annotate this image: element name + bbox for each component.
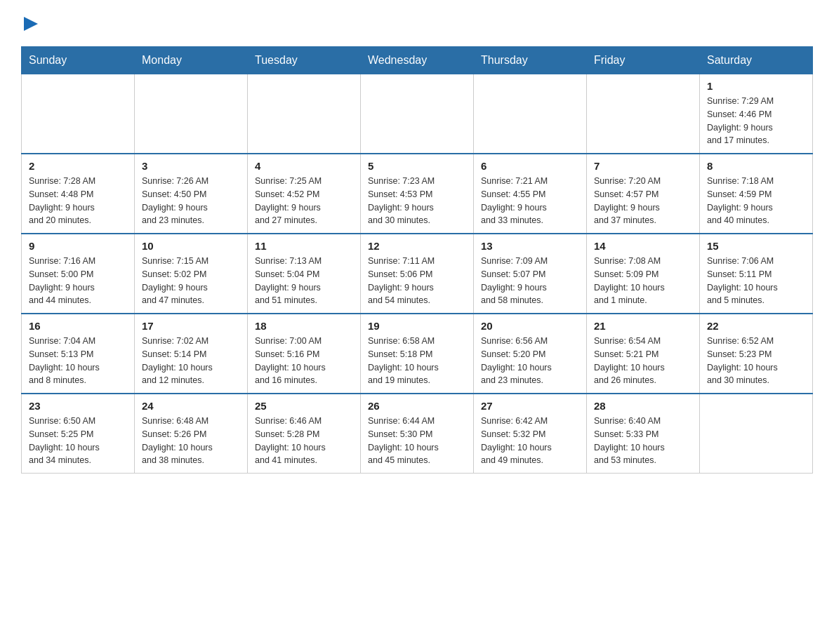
day-number: 5 [368,160,466,172]
day-info: Sunrise: 6:40 AMSunset: 5:33 PMDaylight:… [594,415,692,467]
day-number: 6 [481,160,579,172]
day-info: Sunrise: 6:46 AMSunset: 5:28 PMDaylight:… [255,415,353,467]
day-info: Sunrise: 6:50 AMSunset: 5:25 PMDaylight:… [29,415,127,467]
calendar-day-cell: 19Sunrise: 6:58 AMSunset: 5:18 PMDayligh… [361,314,474,394]
day-number: 28 [594,400,692,412]
calendar-day-cell: 25Sunrise: 6:46 AMSunset: 5:28 PMDayligh… [248,394,361,474]
day-number: 12 [368,240,466,252]
calendar-day-cell [135,74,248,154]
day-info: Sunrise: 7:13 AMSunset: 5:04 PMDaylight:… [255,255,353,307]
calendar-day-cell: 16Sunrise: 7:04 AMSunset: 5:13 PMDayligh… [22,314,135,394]
day-info: Sunrise: 6:56 AMSunset: 5:20 PMDaylight:… [481,335,579,387]
calendar-day-cell: 22Sunrise: 6:52 AMSunset: 5:23 PMDayligh… [700,314,813,394]
day-info: Sunrise: 7:21 AMSunset: 4:55 PMDaylight:… [481,175,579,227]
calendar-day-cell: 3Sunrise: 7:26 AMSunset: 4:50 PMDaylight… [135,154,248,234]
day-of-week-header: Tuesday [248,47,361,74]
day-info: Sunrise: 7:15 AMSunset: 5:02 PMDaylight:… [142,255,240,307]
day-number: 21 [594,320,692,332]
day-number: 24 [142,400,240,412]
day-number: 19 [368,320,466,332]
day-number: 15 [707,240,805,252]
calendar-day-cell: 10Sunrise: 7:15 AMSunset: 5:02 PMDayligh… [135,234,248,314]
day-info: Sunrise: 7:20 AMSunset: 4:57 PMDaylight:… [594,175,692,227]
day-number: 1 [707,80,805,92]
day-number: 13 [481,240,579,252]
day-of-week-header: Sunday [22,47,135,74]
calendar-week-row: 16Sunrise: 7:04 AMSunset: 5:13 PMDayligh… [22,314,813,394]
day-of-week-header: Wednesday [361,47,474,74]
day-info: Sunrise: 7:08 AMSunset: 5:09 PMDaylight:… [594,255,692,307]
calendar-table: SundayMondayTuesdayWednesdayThursdayFrid… [21,46,813,474]
day-info: Sunrise: 7:16 AMSunset: 5:00 PMDaylight:… [29,255,127,307]
calendar-day-cell [22,74,135,154]
day-number: 25 [255,400,353,412]
calendar-day-cell [587,74,700,154]
day-info: Sunrise: 7:18 AMSunset: 4:59 PMDaylight:… [707,175,805,227]
calendar-day-cell: 14Sunrise: 7:08 AMSunset: 5:09 PMDayligh… [587,234,700,314]
calendar-day-cell: 28Sunrise: 6:40 AMSunset: 5:33 PMDayligh… [587,394,700,474]
day-info: Sunrise: 7:26 AMSunset: 4:50 PMDaylight:… [142,175,240,227]
day-info: Sunrise: 7:28 AMSunset: 4:48 PMDaylight:… [29,175,127,227]
calendar-week-row: 9Sunrise: 7:16 AMSunset: 5:00 PMDaylight… [22,234,813,314]
day-info: Sunrise: 6:44 AMSunset: 5:30 PMDaylight:… [368,415,466,467]
day-number: 14 [594,240,692,252]
calendar-day-cell [700,394,813,474]
calendar-day-cell [248,74,361,154]
day-of-week-header: Friday [587,47,700,74]
calendar-week-row: 23Sunrise: 6:50 AMSunset: 5:25 PMDayligh… [22,394,813,474]
calendar-day-cell [474,74,587,154]
calendar-header-row: SundayMondayTuesdayWednesdayThursdayFrid… [22,47,813,74]
day-number: 9 [29,240,127,252]
calendar-day-cell: 20Sunrise: 6:56 AMSunset: 5:20 PMDayligh… [474,314,587,394]
day-number: 10 [142,240,240,252]
day-info: Sunrise: 7:00 AMSunset: 5:16 PMDaylight:… [255,335,353,387]
calendar-day-cell: 23Sunrise: 6:50 AMSunset: 5:25 PMDayligh… [22,394,135,474]
calendar-day-cell: 8Sunrise: 7:18 AMSunset: 4:59 PMDaylight… [700,154,813,234]
calendar-day-cell: 27Sunrise: 6:42 AMSunset: 5:32 PMDayligh… [474,394,587,474]
day-number: 20 [481,320,579,332]
day-number: 26 [368,400,466,412]
day-info: Sunrise: 7:25 AMSunset: 4:52 PMDaylight:… [255,175,353,227]
svg-marker-0 [24,17,38,31]
day-info: Sunrise: 6:42 AMSunset: 5:32 PMDaylight:… [481,415,579,467]
calendar-day-cell: 15Sunrise: 7:06 AMSunset: 5:11 PMDayligh… [700,234,813,314]
day-number: 27 [481,400,579,412]
day-number: 8 [707,160,805,172]
day-number: 2 [29,160,127,172]
day-info: Sunrise: 7:06 AMSunset: 5:11 PMDaylight:… [707,255,805,307]
calendar-day-cell: 9Sunrise: 7:16 AMSunset: 5:00 PMDaylight… [22,234,135,314]
day-info: Sunrise: 7:11 AMSunset: 5:06 PMDaylight:… [368,255,466,307]
day-number: 4 [255,160,353,172]
day-info: Sunrise: 7:02 AMSunset: 5:14 PMDaylight:… [142,335,240,387]
calendar-day-cell: 18Sunrise: 7:00 AMSunset: 5:16 PMDayligh… [248,314,361,394]
calendar-day-cell: 6Sunrise: 7:21 AMSunset: 4:55 PMDaylight… [474,154,587,234]
day-number: 16 [29,320,127,332]
calendar-day-cell: 17Sunrise: 7:02 AMSunset: 5:14 PMDayligh… [135,314,248,394]
logo-arrow-icon [21,14,41,34]
day-number: 11 [255,240,353,252]
day-number: 3 [142,160,240,172]
day-number: 7 [594,160,692,172]
day-info: Sunrise: 6:48 AMSunset: 5:26 PMDaylight:… [142,415,240,467]
calendar-week-row: 2Sunrise: 7:28 AMSunset: 4:48 PMDaylight… [22,154,813,234]
calendar-day-cell: 13Sunrise: 7:09 AMSunset: 5:07 PMDayligh… [474,234,587,314]
day-number: 23 [29,400,127,412]
page-header [21,14,813,34]
day-info: Sunrise: 7:23 AMSunset: 4:53 PMDaylight:… [368,175,466,227]
day-of-week-header: Thursday [474,47,587,74]
calendar-day-cell: 1Sunrise: 7:29 AMSunset: 4:46 PMDaylight… [700,74,813,154]
calendar-day-cell: 7Sunrise: 7:20 AMSunset: 4:57 PMDaylight… [587,154,700,234]
calendar-day-cell: 24Sunrise: 6:48 AMSunset: 5:26 PMDayligh… [135,394,248,474]
day-number: 17 [142,320,240,332]
calendar-day-cell: 4Sunrise: 7:25 AMSunset: 4:52 PMDaylight… [248,154,361,234]
day-number: 18 [255,320,353,332]
day-info: Sunrise: 6:52 AMSunset: 5:23 PMDaylight:… [707,335,805,387]
calendar-day-cell: 2Sunrise: 7:28 AMSunset: 4:48 PMDaylight… [22,154,135,234]
day-number: 22 [707,320,805,332]
day-of-week-header: Monday [135,47,248,74]
day-info: Sunrise: 7:29 AMSunset: 4:46 PMDaylight:… [707,95,805,147]
calendar-day-cell: 11Sunrise: 7:13 AMSunset: 5:04 PMDayligh… [248,234,361,314]
day-info: Sunrise: 6:54 AMSunset: 5:21 PMDaylight:… [594,335,692,387]
calendar-day-cell [361,74,474,154]
logo [21,14,41,34]
